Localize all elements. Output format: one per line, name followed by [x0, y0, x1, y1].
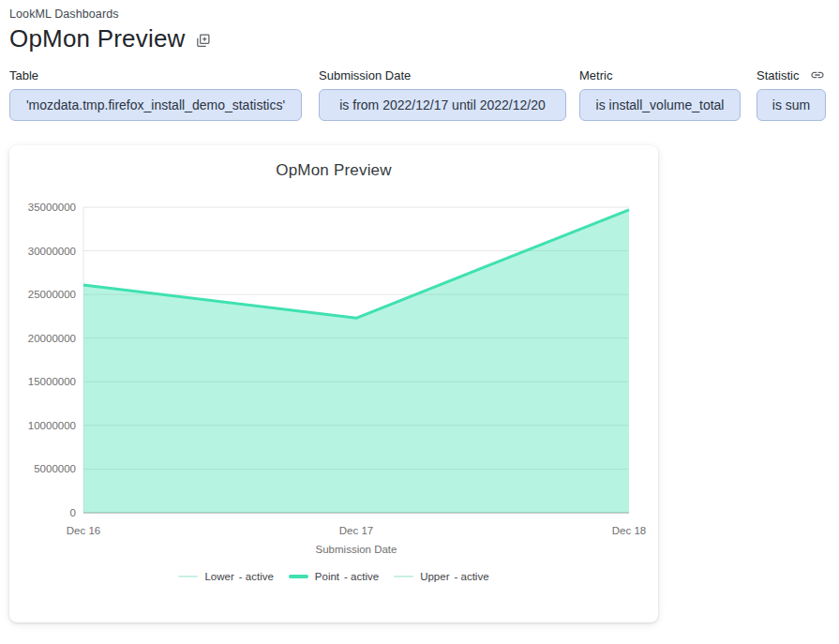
legend-label: Lower	[204, 571, 233, 582]
y-tick-label: 10000000	[28, 420, 76, 431]
y-tick-label: 20000000	[28, 333, 76, 344]
legend-label: Point	[315, 571, 339, 582]
page-title: OpMon Preview	[9, 24, 186, 53]
x-axis-title: Submission Date	[316, 544, 397, 555]
legend-item-upper[interactable]: Upper- active	[394, 571, 488, 582]
x-tick-label: Dec 16	[67, 525, 100, 536]
duplicate-icon[interactable]	[195, 33, 211, 49]
filter-date-chip[interactable]: is from 2022/12/17 until 2022/12/20	[319, 89, 566, 121]
filter-metric-chip[interactable]: is install_volume_total	[579, 89, 741, 121]
breadcrumb[interactable]: LookML Dashboards	[9, 7, 830, 21]
filter-submission-date: Submission Date is from 2022/12/17 until…	[319, 67, 566, 121]
legend-item-lower[interactable]: Lower- active	[178, 571, 273, 582]
filter-table-label: Table	[9, 68, 38, 82]
legend-item-point[interactable]: Point- active	[289, 571, 379, 582]
y-tick-label: 15000000	[28, 376, 76, 387]
filter-statistic-label: Statistic	[757, 68, 800, 82]
y-tick-label: 25000000	[28, 289, 76, 300]
link-icon[interactable]	[810, 67, 825, 82]
legend-suffix: - active	[344, 571, 379, 582]
filter-statistic: Statistic is sum	[757, 67, 826, 121]
y-tick-label: 0	[70, 507, 76, 518]
filter-statistic-chip[interactable]: is sum	[757, 89, 826, 121]
dashboard-tile: OpMon Preview 05000000100000001500000020…	[9, 145, 658, 622]
chart[interactable]: 0500000010000000150000002000000025000000…	[9, 188, 658, 563]
x-tick-label: Dec 18	[612, 525, 646, 536]
legend-suffix: - active	[454, 571, 488, 582]
filter-date-label: Submission Date	[319, 68, 411, 82]
y-tick-label: 5000000	[34, 463, 76, 474]
legend-swatch	[289, 575, 308, 578]
filter-metric-label: Metric	[579, 68, 612, 82]
filter-table: Table 'mozdata.tmp.firefox_install_demo_…	[9, 67, 302, 121]
y-tick-label: 35000000	[28, 202, 76, 213]
page-header: OpMon Preview	[9, 24, 830, 53]
legend-swatch	[178, 576, 198, 577]
legend-swatch	[394, 576, 413, 577]
series-layer	[83, 210, 629, 513]
x-tick-label: Dec 17	[339, 525, 373, 536]
filter-metric: Metric is install_volume_total	[579, 67, 741, 121]
legend-label: Upper	[420, 571, 449, 582]
legend-suffix: - active	[239, 571, 274, 582]
y-tick-label: 30000000	[28, 246, 76, 257]
filter-table-chip[interactable]: 'mozdata.tmp.firefox_install_demo_statis…	[9, 89, 302, 121]
area-fill	[83, 210, 629, 513]
chart-title: OpMon Preview	[9, 145, 658, 188]
chart-legend: Lower- activePoint- activeUpper- active	[9, 571, 658, 582]
filter-bar: Table 'mozdata.tmp.firefox_install_demo_…	[9, 67, 830, 121]
